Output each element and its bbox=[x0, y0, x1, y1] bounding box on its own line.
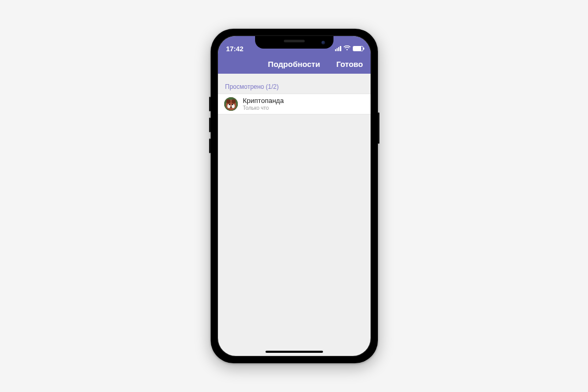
home-indicator[interactable] bbox=[266, 351, 323, 353]
section-header-seen: Просмотрено (1/2) bbox=[218, 74, 371, 94]
list-item-text: Криптопанда Только что bbox=[243, 97, 284, 111]
svg-point-6 bbox=[228, 104, 229, 105]
speaker-grille bbox=[284, 40, 305, 42]
svg-point-3 bbox=[232, 99, 236, 103]
notch bbox=[255, 36, 333, 49]
list-item[interactable]: Криптопанда Только что bbox=[218, 94, 371, 114]
front-camera bbox=[321, 41, 325, 44]
page-title: Подробности bbox=[268, 60, 320, 68]
status-right-cluster bbox=[335, 44, 363, 52]
cellular-signal-icon bbox=[335, 46, 341, 51]
phone-screen: 17:42 Подробности Готово bbox=[218, 36, 371, 356]
list-item-name: Криптопанда bbox=[243, 97, 284, 105]
svg-point-8 bbox=[230, 107, 232, 108]
done-button[interactable]: Готово bbox=[336, 60, 363, 68]
stage: 17:42 Подробности Готово bbox=[0, 0, 588, 392]
phone-frame: 17:42 Подробности Готово bbox=[211, 29, 378, 363]
svg-point-2 bbox=[226, 99, 230, 103]
battery-icon bbox=[353, 46, 363, 51]
svg-point-7 bbox=[232, 104, 233, 105]
list-item-subtitle: Только что bbox=[243, 105, 284, 111]
red-panda-avatar-icon bbox=[224, 97, 238, 111]
nav-bar: Подробности Готово bbox=[218, 54, 371, 74]
phone-bezel: 17:42 Подробности Готово bbox=[217, 35, 372, 357]
status-time: 17:42 bbox=[226, 45, 244, 53]
wifi-icon bbox=[343, 44, 351, 52]
